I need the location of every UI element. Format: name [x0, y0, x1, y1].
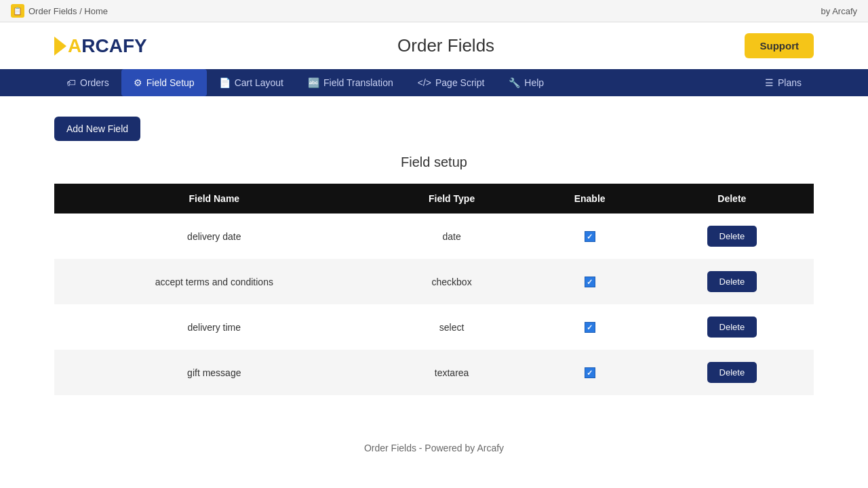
header: ARCAFY Order Fields Support [0, 22, 868, 69]
delete-cell: Delete [650, 304, 814, 350]
field-name-cell: accept terms and conditions [54, 259, 374, 304]
col-field-name: Field Name [54, 184, 374, 214]
nav-label-cart-layout: Cart Layout [235, 77, 283, 88]
table-row: gift messagetextareaDelete [54, 350, 814, 395]
enable-cell [530, 350, 650, 395]
table-row: delivery datedateDelete [54, 214, 814, 259]
nav-item-orders[interactable]: 🏷 Orders [54, 69, 121, 96]
logo: ARCAFY [54, 35, 147, 57]
field-type-cell: checkbox [374, 259, 530, 304]
nav-label-plans: Plans [778, 77, 802, 88]
enable-checkbox[interactable] [585, 231, 595, 242]
col-delete: Delete [650, 184, 814, 214]
nav-bar: 🏷 Orders ⚙ Field Setup 📄 Cart Layout 🔤 F… [0, 69, 868, 96]
nav-label-page-script: Page Script [435, 77, 484, 88]
cart-layout-icon: 📄 [219, 77, 231, 88]
page-script-icon: </> [418, 77, 431, 88]
nav-item-page-script[interactable]: </> Page Script [406, 69, 497, 96]
delete-cell: Delete [650, 350, 814, 395]
main-content: Add New Field Field setup Field Name Fie… [0, 96, 868, 415]
field-type-cell: date [374, 214, 530, 259]
enable-cell [530, 304, 650, 350]
table-row: delivery timeselectDelete [54, 304, 814, 350]
plans-icon: ☰ [765, 77, 774, 88]
field-name-cell: gift message [54, 350, 374, 395]
delete-button[interactable]: Delete [707, 226, 757, 247]
col-field-type: Field Type [374, 184, 530, 214]
enable-cell [530, 214, 650, 259]
nav-item-field-setup[interactable]: ⚙ Field Setup [121, 69, 207, 96]
support-button[interactable]: Support [745, 33, 814, 58]
nav-label-help: Help [524, 77, 544, 88]
add-new-field-button[interactable]: Add New Field [54, 117, 140, 141]
delete-cell: Delete [650, 259, 814, 304]
nav-label-field-setup: Field Setup [146, 77, 195, 88]
field-type-cell: select [374, 304, 530, 350]
fields-table: Field Name Field Type Enable Delete deli… [54, 184, 814, 395]
field-setup-icon: ⚙ [134, 77, 142, 88]
section-title: Field setup [54, 155, 814, 170]
breadcrumb: Order Fields / Home [28, 6, 108, 16]
col-enable: Enable [530, 184, 650, 214]
help-icon: 🔧 [509, 77, 520, 88]
nav-item-help[interactable]: 🔧 Help [496, 69, 556, 96]
logo-rest: RCAFY [81, 35, 146, 56]
page-title: Order Fields [397, 35, 494, 56]
nav-item-field-translation[interactable]: 🔤 Field Translation [296, 69, 406, 96]
field-type-cell: textarea [374, 350, 530, 395]
delete-button[interactable]: Delete [707, 271, 757, 292]
enable-checkbox[interactable] [585, 367, 595, 378]
top-bar: 📋 Order Fields / Home by Arcafy [0, 0, 868, 22]
footer-text: Order Fields - Powered by Arcafy [364, 443, 504, 453]
nav-label-field-translation: Field Translation [323, 77, 393, 88]
enable-cell [530, 259, 650, 304]
logo-a: A [68, 35, 81, 56]
nav-item-plans[interactable]: ☰ Plans [753, 69, 814, 96]
table-header-row: Field Name Field Type Enable Delete [54, 184, 814, 214]
logo-text: ARCAFY [68, 35, 147, 57]
powered-by: by Arcafy [821, 6, 857, 16]
logo-chevron-icon [54, 37, 66, 56]
footer: Order Fields - Powered by Arcafy [0, 415, 868, 481]
table-row: accept terms and conditionscheckboxDelet… [54, 259, 814, 304]
field-name-cell: delivery date [54, 214, 374, 259]
app-icon: 📋 [11, 4, 24, 18]
field-translation-icon: 🔤 [308, 77, 319, 88]
orders-icon: 🏷 [66, 77, 76, 88]
nav-item-cart-layout[interactable]: 📄 Cart Layout [207, 69, 296, 96]
breadcrumb-container: 📋 Order Fields / Home [11, 4, 108, 18]
delete-button[interactable]: Delete [707, 362, 757, 383]
enable-checkbox[interactable] [585, 322, 595, 333]
nav-label-orders: Orders [80, 77, 109, 88]
field-name-cell: delivery time [54, 304, 374, 350]
delete-cell: Delete [650, 214, 814, 259]
delete-button[interactable]: Delete [707, 317, 757, 338]
enable-checkbox[interactable] [585, 277, 595, 287]
